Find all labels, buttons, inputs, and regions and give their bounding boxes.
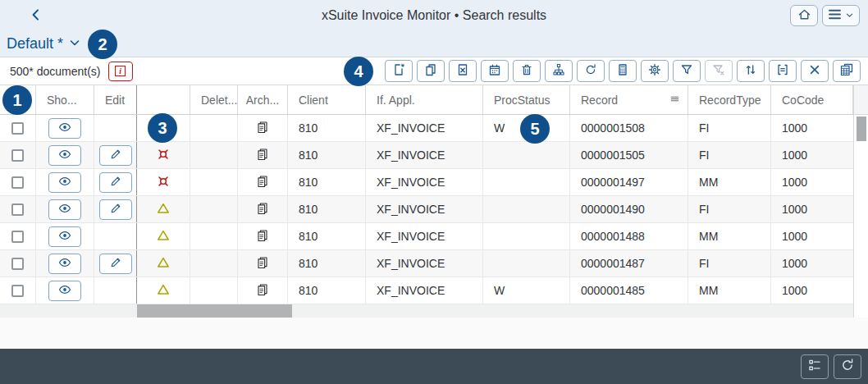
show-button[interactable]	[48, 145, 81, 166]
refresh-button[interactable]	[834, 354, 861, 379]
column-header-label: Delet...	[201, 94, 237, 107]
row-checkbox[interactable]	[11, 203, 24, 216]
export-excel-button[interactable]	[449, 60, 477, 82]
column-header-edit[interactable]: Edit	[94, 85, 137, 114]
shell-header: xSuite Invoice Monitor • Search results	[0, 0, 868, 31]
row-checkbox[interactable]	[11, 231, 24, 243]
column-header-status[interactable]	[137, 85, 190, 114]
vertical-scrollbar[interactable]	[853, 85, 868, 318]
cell-if-appl: XF_INVOICE	[366, 250, 483, 277]
edit-button[interactable]	[99, 254, 132, 274]
calculator-button[interactable]	[609, 60, 637, 82]
annotation-badge-4: 4	[344, 57, 373, 86]
column-header-label: Sho...	[47, 94, 77, 107]
calculator-icon	[616, 63, 629, 79]
settings-gear-button[interactable]	[641, 60, 669, 82]
table-row[interactable]: 810XF_INVOICE0000001490FI1000	[0, 196, 853, 223]
archive-document-icon[interactable]	[256, 283, 269, 299]
column-header-cocode[interactable]: CoCode	[771, 85, 853, 114]
table-row[interactable]: 810XF_INVOICE0000001505FI1000	[0, 142, 853, 169]
legend-list-button[interactable]	[801, 354, 829, 379]
refresh-button[interactable]	[577, 60, 605, 82]
vertical-scrollbar-thumb[interactable]	[857, 117, 866, 141]
legend-list-icon	[807, 358, 822, 375]
column-header-archive[interactable]: Arch...	[238, 85, 288, 114]
show-button[interactable]	[48, 254, 81, 274]
back-button[interactable]	[25, 6, 48, 25]
filter-button[interactable]	[673, 60, 701, 82]
table-row[interactable]: 810XF_INVOICEW0000001485MM1000	[0, 277, 853, 304]
hierarchy-button[interactable]	[545, 60, 573, 82]
cell-client: 810	[288, 277, 366, 304]
cell-delete	[190, 250, 238, 277]
copy-button[interactable]	[417, 60, 445, 82]
archive-document-icon[interactable]	[256, 229, 269, 245]
cell-record: 0000001505	[570, 142, 688, 168]
cell-show	[36, 115, 94, 141]
archive-document-icon[interactable]	[256, 175, 269, 190]
table-row[interactable]: 810XF_INVOICE0000001497MM1000	[0, 169, 853, 196]
column-header-label: RecordType	[699, 94, 761, 107]
row-checkbox[interactable]	[11, 176, 24, 189]
error-icon	[157, 175, 170, 190]
show-button[interactable]	[48, 172, 81, 193]
annotation-badge-5: 5	[520, 114, 550, 144]
legend-button[interactable]	[769, 60, 797, 82]
cell-delete	[190, 169, 238, 195]
horizontal-scrollbar[interactable]	[0, 304, 853, 318]
table-row[interactable]: 810XF_INVOICE0000001487FI1000	[0, 250, 853, 277]
archive-document-icon[interactable]	[256, 121, 269, 136]
cell-record: 0000001490	[570, 196, 688, 222]
close-button[interactable]	[801, 60, 829, 82]
cell-recordtype: MM	[688, 169, 771, 195]
menu-hamburger-icon	[828, 7, 842, 24]
add-document-button[interactable]	[385, 60, 413, 82]
show-button[interactable]	[48, 226, 81, 247]
export-table-button[interactable]	[833, 60, 861, 82]
home-button[interactable]	[790, 5, 818, 26]
column-header-record[interactable]: Record	[570, 85, 688, 114]
table-row[interactable]: 810XF_INVOICEW0000001508FI1000	[0, 115, 853, 142]
edit-button[interactable]	[99, 145, 132, 166]
column-header-show[interactable]: Sho...	[36, 85, 94, 114]
show-button[interactable]	[48, 118, 81, 139]
delete-trash-button[interactable]	[513, 60, 541, 82]
calendar-button[interactable]	[481, 60, 509, 82]
archive-document-icon[interactable]	[256, 256, 269, 272]
menu-button[interactable]	[822, 5, 860, 26]
archive-document-icon[interactable]	[256, 148, 269, 163]
horizontal-scrollbar-thumb[interactable]	[137, 304, 292, 318]
cell-delete	[190, 115, 238, 141]
sort-button[interactable]	[737, 60, 765, 82]
show-button[interactable]	[48, 281, 81, 301]
column-header-client[interactable]: Client	[288, 85, 366, 114]
row-checkbox[interactable]	[11, 149, 24, 162]
variant-chevron-down-icon[interactable]	[68, 36, 81, 53]
cell-edit	[94, 277, 137, 304]
pencil-icon	[109, 175, 122, 190]
edit-button[interactable]	[99, 199, 132, 220]
cell-client: 810	[288, 250, 366, 277]
row-checkbox[interactable]	[11, 258, 24, 270]
table-row[interactable]: 810XF_INVOICE0000001488MM1000	[0, 223, 853, 250]
clear-filter-button	[705, 60, 733, 82]
column-header-procstatus[interactable]: ProcStatus	[483, 85, 570, 114]
sort-indicator-icon	[669, 93, 681, 107]
edit-button[interactable]	[99, 172, 132, 193]
row-checkbox[interactable]	[11, 285, 24, 297]
copy-icon	[424, 63, 437, 79]
sort-icon	[744, 63, 757, 79]
cell-show	[36, 223, 94, 249]
column-header-if-appl[interactable]: If. Appl.	[366, 85, 483, 114]
row-checkbox[interactable]	[11, 122, 24, 135]
cell-cocode: 1000	[771, 169, 853, 195]
variant-selector[interactable]: Default *	[7, 35, 63, 53]
archive-document-icon[interactable]	[256, 202, 269, 217]
column-header-delete[interactable]: Delet...	[190, 85, 238, 114]
settings-gear-icon	[648, 63, 661, 79]
column-header-recordtype[interactable]: RecordType	[688, 85, 771, 114]
shell-actions	[790, 5, 860, 26]
show-button[interactable]	[48, 199, 81, 220]
info-button[interactable]: i	[108, 62, 133, 81]
cell-if-appl: XF_INVOICE	[366, 115, 483, 141]
